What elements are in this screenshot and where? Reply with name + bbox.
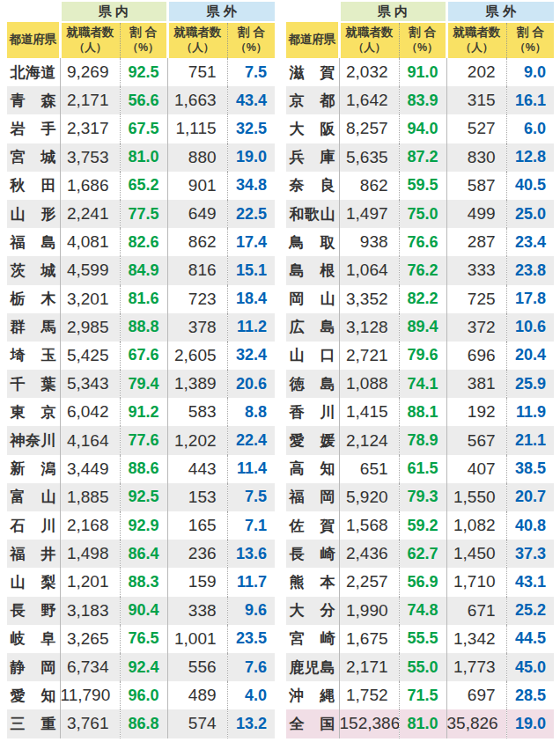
outside-employed-count: 333: [446, 256, 506, 284]
outside-employed-count: 489: [167, 681, 227, 709]
col-header-outside-ratio: 割 合 （%）: [506, 22, 554, 58]
outside-percentage: 28.5: [506, 681, 554, 709]
prefecture-name: 兵 庫: [286, 143, 339, 172]
inside-percentage: 77.5: [120, 200, 167, 228]
inside-employed-count: 1,497: [339, 200, 399, 228]
inside-employed-count: 1,088: [339, 370, 399, 398]
table-row: 千 葉 5,343 79.4 1,389 20.6: [7, 370, 275, 398]
outside-employed-count: 696: [446, 342, 506, 370]
inside-employed-count: 2,317: [60, 114, 120, 143]
inside-percentage: 83.9: [399, 86, 446, 114]
inside-employed-count: 2,124: [339, 426, 399, 454]
inside-percentage: 81.6: [120, 285, 167, 313]
outside-percentage: 11.7: [227, 568, 275, 596]
table-header: 県 内 県 外 都道府県 就職者数 （人） 割 合 （%） 就職者数 （人）: [286, 2, 554, 58]
inside-percentage: 55.0: [399, 653, 446, 681]
outside-percentage: 22.4: [227, 426, 275, 454]
outside-percentage: 7.6: [227, 653, 275, 681]
outside-percentage: 15.1: [227, 256, 275, 284]
inside-percentage: 55.5: [399, 625, 446, 653]
inside-employed-count: 2,032: [339, 58, 399, 86]
table-row: 山 梨 1,201 88.3 159 11.7: [7, 568, 275, 596]
outside-percentage: 25.0: [506, 200, 554, 228]
prefecture-name: 茨 城: [7, 256, 60, 284]
table-row: 奈 良 862 59.5 587 40.5: [286, 172, 554, 200]
col-header-prefecture: 都道府県: [286, 22, 339, 58]
inside-percentage: 91.0: [399, 58, 446, 86]
outside-employed-count: 725: [446, 285, 506, 313]
outside-employed-count: 192: [446, 398, 506, 426]
inside-employed-count: 1,642: [339, 86, 399, 114]
inside-percentage: 79.3: [399, 483, 446, 511]
outside-employed-count: 587: [446, 172, 506, 200]
outside-percentage: 32.4: [227, 342, 275, 370]
table-row: 鹿児島 2,171 55.0 1,773 45.0: [286, 653, 554, 681]
inside-percentage: 84.9: [120, 256, 167, 284]
outside-employed-count: 671: [446, 597, 506, 625]
inside-employed-count: 1,415: [339, 398, 399, 426]
prefecture-name: 全 国: [286, 709, 339, 738]
col-header-ratio-label: 割 合: [517, 26, 544, 39]
prefecture-name: 福 島: [7, 228, 60, 256]
outside-employed-count: 1,773: [446, 653, 506, 681]
prefecture-name: 大 阪: [286, 114, 339, 143]
employment-table-left: 県 内 県 外 都道府県 就職者数 （人） 割 合 （%） 就職者数 （人）: [7, 2, 275, 738]
inside-percentage: 76.2: [399, 256, 446, 284]
inside-percentage: 59.5: [399, 172, 446, 200]
col-header-employed-unit: （人）: [353, 41, 387, 54]
inside-percentage: 92.5: [120, 483, 167, 511]
inside-employed-count: 2,168: [60, 511, 120, 540]
prefecture-name: 佐 賀: [286, 511, 339, 540]
inside-employed-count: 1,675: [339, 625, 399, 653]
prefecture-name: 栃 木: [7, 285, 60, 313]
outside-employed-count: 315: [446, 86, 506, 114]
inside-percentage: 92.4: [120, 653, 167, 681]
outside-employed-count: 751: [167, 58, 227, 86]
outside-percentage: 11.2: [227, 313, 275, 342]
inside-employed-count: 5,425: [60, 342, 120, 370]
col-header-employed-unit: （人）: [461, 41, 494, 54]
table-row: 鳥 取 938 76.6 287 23.4: [286, 228, 554, 256]
prefecture-name: 奈 良: [286, 172, 339, 200]
prefecture-name: 広 島: [286, 313, 339, 342]
inside-employed-count: 5,635: [339, 143, 399, 172]
outside-employed-count: 202: [446, 58, 506, 86]
outside-percentage: 7.5: [227, 483, 275, 511]
outside-employed-count: 165: [167, 511, 227, 540]
inside-percentage: 81.0: [399, 709, 446, 738]
prefecture-name: 千 葉: [7, 370, 60, 398]
col-group-outside-prefecture: 県 外: [446, 2, 554, 22]
table-row: 沖 縄 1,752 71.5 697 28.5: [286, 681, 554, 709]
outside-employed-count: 443: [167, 455, 227, 483]
group-header-row: 県 内 県 外: [7, 2, 275, 22]
outside-employed-count: 880: [167, 143, 227, 172]
inside-percentage: 89.4: [399, 313, 446, 342]
inside-employed-count: 3,753: [60, 143, 120, 172]
outside-employed-count: 1,342: [446, 625, 506, 653]
inside-employed-count: 9,269: [60, 58, 120, 86]
outside-employed-count: 1,450: [446, 540, 506, 568]
group-header-row: 県 内 県 外: [286, 2, 554, 22]
prefecture-name: 埼 玉: [7, 342, 60, 370]
col-group-inside-prefecture: 県 内: [339, 2, 446, 22]
prefecture-name: 岩 手: [7, 114, 60, 143]
table-row: 群 馬 2,985 88.8 378 11.2: [7, 313, 275, 342]
outside-employed-count: 649: [167, 200, 227, 228]
prefecture-name: 秋 田: [7, 172, 60, 200]
outside-percentage: 7.5: [227, 58, 275, 86]
col-header-inside-ratio: 割 合 （%）: [120, 22, 167, 58]
inside-employed-count: 651: [339, 455, 399, 483]
outside-employed-count: 862: [167, 228, 227, 256]
table-row: 石 川 2,168 92.9 165 7.1: [7, 511, 275, 540]
table-row: 福 島 4,081 82.6 862 17.4: [7, 228, 275, 256]
inside-percentage: 86.8: [120, 709, 167, 738]
inside-employed-count: 3,449: [60, 455, 120, 483]
prefecture-name: 香 川: [286, 398, 339, 426]
col-header-ratio-label: 割 合: [238, 26, 265, 39]
table-row: 岐 阜 3,265 76.5 1,001 23.5: [7, 625, 275, 653]
outside-percentage: 9.0: [506, 58, 554, 86]
table-row: 静 岡 6,734 92.4 556 7.6: [7, 653, 275, 681]
table-row: 神奈川 4,164 77.6 1,202 22.4: [7, 426, 275, 454]
outside-percentage: 37.3: [506, 540, 554, 568]
col-header-ratio-unit: （%）: [235, 41, 267, 54]
